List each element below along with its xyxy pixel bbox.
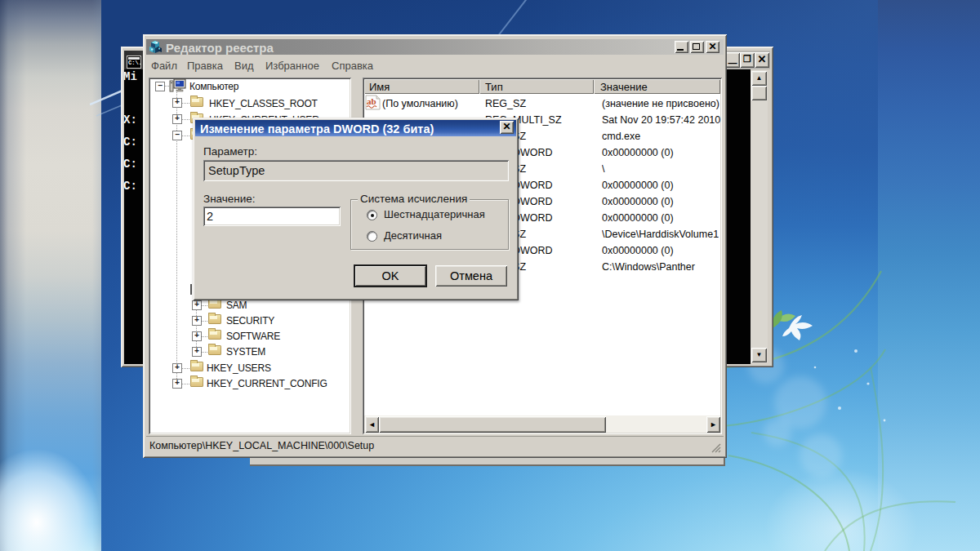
svg-text:ab: ab xyxy=(367,96,376,106)
